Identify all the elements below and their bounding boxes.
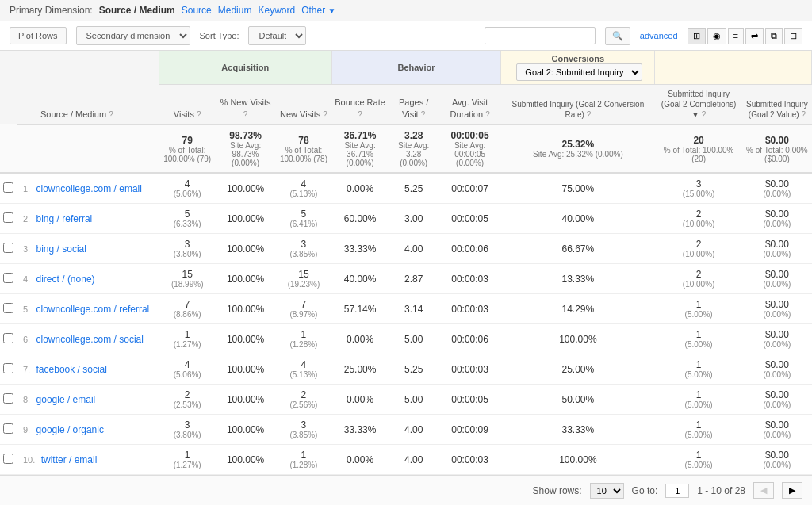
bounce-rate-cell: 40.00% — [331, 264, 389, 294]
secondary-dimension-select[interactable]: Secondary dimension — [76, 26, 190, 45]
visits-cell: 7 (8.86%) — [159, 294, 215, 324]
avg-duration-cell: 00:00:03 — [439, 294, 500, 324]
avg-help-icon[interactable]: ? — [485, 110, 490, 119]
source-link[interactable]: clowncollege.com / referral — [36, 304, 150, 315]
conv-rate-cell: 40.00% — [501, 204, 655, 234]
header-completions[interactable]: Submitted Inquiry (Goal 2 Completions) ▼… — [655, 85, 742, 125]
row-checkbox[interactable] — [3, 333, 13, 343]
row-checkbox[interactable] — [3, 243, 13, 253]
bounce-rate-cell: 57.14% — [331, 294, 389, 324]
row-number: 8. — [23, 395, 30, 404]
footer-bar: Show rows: 10 Go to: 1 - 10 of 28 ◀ ▶ — [0, 475, 812, 505]
view-pivot-button[interactable]: ⧉ — [765, 28, 783, 44]
row-checkbox[interactable] — [3, 423, 13, 434]
sort-type-select[interactable]: Default — [248, 26, 306, 45]
conv-rate-cell: 50.00% — [501, 385, 655, 415]
row-checkbox[interactable] — [3, 454, 13, 464]
completions-cell: 2 (10.00%) — [655, 264, 742, 294]
dimension-source-medium[interactable]: Source / Medium — [99, 5, 175, 16]
pages-visit-cell: 3.14 — [389, 294, 439, 324]
source-link[interactable]: twitter / email — [41, 454, 98, 465]
source-link[interactable]: direct / (none) — [36, 274, 95, 285]
pct-new-cell: 100.00% — [215, 294, 275, 324]
row-number: 10. — [23, 455, 35, 465]
search-input[interactable] — [485, 27, 596, 44]
pct-new-help-icon[interactable]: ? — [243, 110, 248, 119]
visits-help-icon[interactable]: ? — [197, 110, 201, 119]
table-row: 1. clowncollege.com / email 4 (5.06%) 10… — [0, 173, 812, 204]
source-link[interactable]: clowncollege.com / email — [36, 183, 142, 194]
view-compare-button[interactable]: ⇌ — [745, 28, 764, 44]
show-rows-label: Show rows: — [533, 485, 582, 496]
pct-new-cell: 100.00% — [215, 354, 275, 385]
source-cell: 3. bing / social — [17, 234, 159, 264]
row-checkbox[interactable] — [3, 212, 13, 223]
completions-cell: 3 (15.00%) — [655, 173, 742, 204]
header-value[interactable]: Submitted Inquiry (Goal 2 Value) ? — [742, 85, 811, 125]
header-acquisition-group: Acquisition — [159, 51, 331, 85]
new-visits-cell: 4 (5.13%) — [276, 173, 331, 204]
header-new-visits[interactable]: New Visits ? — [276, 85, 331, 125]
header-avg-duration[interactable]: Avg. Visit Duration ? — [439, 85, 500, 125]
row-number: 6. — [23, 335, 30, 344]
row-number: 3. — [23, 244, 30, 254]
source-link[interactable]: bing / social — [36, 243, 86, 255]
next-page-button[interactable]: ▶ — [782, 482, 802, 499]
table-row: 8. google / email 2 (2.53%) 100.00% 2 (2… — [0, 385, 812, 415]
avg-duration-cell: 00:00:06 — [439, 234, 500, 264]
dimension-keyword[interactable]: Keyword — [258, 5, 295, 16]
dimension-source[interactable]: Source — [182, 5, 212, 16]
summary-row: 79 % of Total: 100.00% (79) 98.73% Site … — [0, 124, 812, 173]
conv-rate-help-icon[interactable]: ? — [587, 110, 592, 119]
new-visits-help-icon[interactable]: ? — [323, 110, 327, 119]
source-link[interactable]: clowncollege.com / social — [36, 334, 144, 345]
summary-pct-new: 98.73% Site Avg: 98.73% (0.00%) — [215, 124, 275, 173]
row-checkbox[interactable] — [3, 363, 13, 373]
header-pages-visit[interactable]: Pages / Visit ? — [389, 85, 439, 125]
summary-bounce: 36.71% Site Avg: 36.71% (0.00%) — [331, 124, 389, 173]
view-pie-button[interactable]: ◉ — [707, 28, 726, 44]
view-grid-button[interactable]: ⊞ — [688, 28, 706, 44]
source-link[interactable]: google / email — [36, 394, 96, 405]
bounce-rate-cell: 0.00% — [331, 385, 389, 415]
advanced-link[interactable]: advanced — [640, 31, 678, 40]
dimension-medium[interactable]: Medium — [218, 5, 252, 16]
summary-new-visits: 78 % of Total: 100.00% (78) — [276, 124, 331, 173]
visits-cell: 3 (3.80%) — [159, 234, 215, 264]
dimension-other[interactable]: Other ▼ — [301, 5, 335, 16]
plot-rows-button[interactable]: Plot Rows — [10, 27, 67, 44]
visits-cell: 4 (5.06%) — [159, 354, 215, 385]
prev-page-button[interactable]: ◀ — [753, 482, 774, 499]
conv-rate-cell: 33.33% — [501, 415, 655, 445]
header-source-medium: Source / Medium ? — [17, 51, 159, 124]
main-table-container: Source / Medium ? Acquisition Behavior C… — [0, 51, 812, 475]
row-checkbox[interactable] — [3, 303, 13, 313]
view-custom-button[interactable]: ⊟ — [784, 28, 802, 44]
source-link[interactable]: bing / referral — [36, 213, 93, 224]
source-cell: 10. twitter / email — [17, 445, 159, 475]
search-button[interactable]: 🔍 — [605, 27, 630, 45]
source-link[interactable]: facebook / social — [36, 364, 107, 375]
row-checkbox[interactable] — [3, 273, 13, 283]
header-bounce-rate[interactable]: Bounce Rate ? — [331, 85, 389, 125]
show-rows-select[interactable]: 10 — [590, 483, 624, 499]
table-row: 10. twitter / email 1 (1.27%) 100.00% 1 … — [0, 445, 812, 475]
header-visits[interactable]: Visits ? — [159, 85, 215, 125]
pct-new-cell: 100.00% — [215, 234, 275, 264]
summary-duration: 00:00:05 Site Avg: 00:00:05 (0.00%) — [439, 124, 500, 173]
goal-select[interactable]: Goal 2: Submitted Inquiry — [516, 63, 642, 81]
value-cell: $0.00 (0.00%) — [742, 173, 811, 204]
header-pct-new-visits[interactable]: % New Visits ? — [215, 85, 275, 125]
source-link[interactable]: google / organic — [36, 424, 104, 435]
bounce-help-icon[interactable]: ? — [358, 110, 362, 119]
value-help-icon[interactable]: ? — [801, 110, 806, 119]
row-checkbox[interactable] — [3, 182, 13, 193]
pages-help-icon[interactable]: ? — [421, 110, 426, 119]
header-conv-rate[interactable]: Submitted Inquiry (Goal 2 Conversion Rat… — [501, 85, 655, 125]
goto-input[interactable] — [665, 484, 689, 498]
source-help-icon[interactable]: ? — [109, 110, 113, 119]
view-list-button[interactable]: ≡ — [728, 28, 744, 44]
completions-help-icon[interactable]: ? — [702, 110, 707, 119]
row-checkbox[interactable] — [3, 393, 13, 404]
avg-duration-cell: 00:00:07 — [439, 173, 500, 204]
